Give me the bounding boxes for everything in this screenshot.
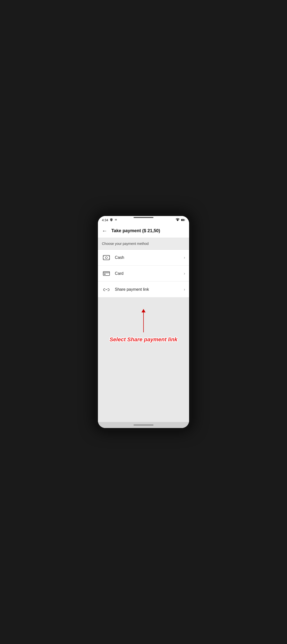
wifi-icon <box>176 218 180 222</box>
link-icon <box>102 285 111 294</box>
cash-chevron: › <box>184 255 185 260</box>
device-frame: 4:34 M <box>95 213 192 431</box>
m-icon: M <box>114 218 118 222</box>
svg-rect-13 <box>104 274 106 274</box>
share-link-label: Share payment link <box>115 287 184 292</box>
top-notch <box>134 217 154 218</box>
card-chevron: › <box>184 271 185 276</box>
section-header: Choose your payment method <box>98 238 189 250</box>
share-payment-link-option[interactable]: Share payment link › <box>98 282 189 298</box>
battery-icon <box>181 218 185 222</box>
bottom-indicator <box>134 424 154 426</box>
shield-icon <box>110 218 113 222</box>
svg-rect-11 <box>103 272 110 276</box>
cash-icon <box>102 253 111 262</box>
gray-area: Select Share payment link <box>98 298 189 422</box>
arrow-line <box>143 312 144 332</box>
cash-label: Cash <box>115 255 184 260</box>
svg-rect-3 <box>184 220 185 220</box>
arrow-annotation: Select Share payment link <box>110 312 178 343</box>
annotation-text: Select Share payment link <box>110 336 178 343</box>
status-left: 4:34 M <box>102 218 118 222</box>
arrow-head <box>142 309 146 312</box>
svg-text:M: M <box>115 218 117 221</box>
card-label: Card <box>115 271 184 276</box>
svg-rect-2 <box>181 219 184 221</box>
payment-options: Cash › Card › <box>98 250 189 298</box>
card-option[interactable]: Card › <box>98 266 189 282</box>
status-icons <box>176 218 185 222</box>
svg-rect-5 <box>103 255 110 260</box>
svg-rect-4 <box>182 220 183 221</box>
card-icon <box>102 269 111 278</box>
app-bar-title: Take payment ($ 21,50) <box>111 228 160 234</box>
back-button[interactable]: ← <box>102 228 108 234</box>
bottom-bar <box>98 422 189 428</box>
status-time: 4:34 <box>102 218 108 222</box>
section-header-text: Choose your payment method <box>102 242 149 246</box>
share-link-chevron: › <box>184 287 185 292</box>
device-screen: 4:34 M <box>98 216 189 428</box>
svg-point-6 <box>106 256 108 258</box>
app-bar: ← Take payment ($ 21,50) <box>98 224 189 238</box>
cash-option[interactable]: Cash › <box>98 250 189 266</box>
